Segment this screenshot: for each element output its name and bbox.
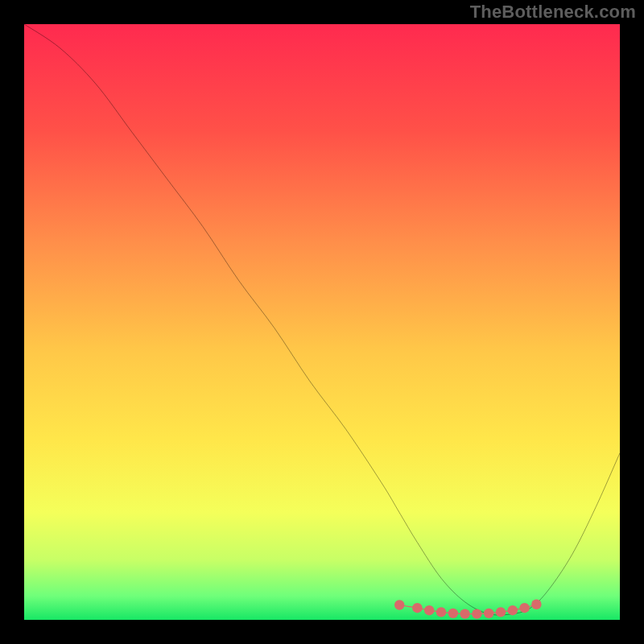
plot-area (24, 24, 620, 620)
watermark-label: TheBottleneck.com (470, 2, 636, 23)
chart-frame: TheBottleneck.com (0, 0, 644, 644)
main-curve (24, 24, 620, 615)
curve-overlay (24, 24, 620, 620)
